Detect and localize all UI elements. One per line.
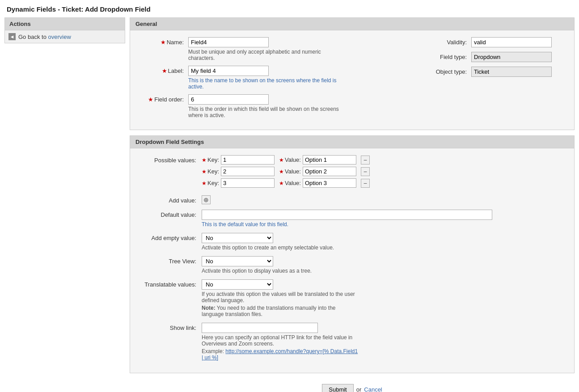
- submit-row: Submit or Cancel: [130, 379, 575, 392]
- possible-values-label: Possible values:: [139, 155, 202, 164]
- sidebar-header: Actions: [5, 18, 125, 30]
- value-input-2[interactable]: [303, 167, 356, 176]
- tree-view-label: Tree View:: [139, 256, 202, 265]
- key-input-3[interactable]: [221, 178, 275, 188]
- tree-view-select[interactable]: No Yes: [202, 256, 273, 266]
- back-label: Go back to overview: [18, 34, 71, 40]
- translatable-hint1: If you activate this option the values w…: [202, 291, 358, 303]
- add-value-label: Add value:: [139, 195, 202, 204]
- add-value-button[interactable]: ⊕: [202, 195, 211, 204]
- back-to-overview-item[interactable]: ◄ Go back to overview: [5, 30, 125, 43]
- add-empty-value-label: Add empty value:: [139, 233, 202, 241]
- remove-row-3-button[interactable]: −: [361, 179, 370, 188]
- object-type-label: Object type:: [431, 68, 471, 75]
- submit-button[interactable]: Submit: [322, 384, 353, 392]
- page-title: Dynamic Fields - Ticket: Add Dropdown Fi…: [0, 0, 579, 17]
- object-type-input: [471, 67, 552, 77]
- cancel-link[interactable]: Cancel: [364, 386, 382, 392]
- or-text: or: [356, 386, 362, 392]
- back-arrow-icon: ◄: [8, 33, 16, 40]
- translatable-hint2: Note: You need to add the translations m…: [202, 305, 358, 317]
- key-input-2[interactable]: [221, 167, 275, 176]
- field-order-label: ★Field order:: [139, 94, 188, 103]
- field-type-input: [471, 52, 552, 62]
- field-order-input[interactable]: [188, 94, 269, 105]
- show-link-example[interactable]: http://some.example.com/handle?query=[% …: [202, 348, 358, 361]
- default-value-label: Default value:: [139, 210, 202, 218]
- value-input-3[interactable]: [303, 178, 356, 188]
- field-type-label: Field type:: [431, 54, 471, 60]
- possible-value-row-3: ★ Key: ★ Value: −: [202, 178, 565, 188]
- possible-value-row-1: ★ Key: ★ Value: −: [202, 155, 565, 164]
- show-link-hint2: Example: http://some.example.com/handle?…: [202, 348, 358, 361]
- value-input-1[interactable]: [303, 155, 356, 164]
- default-value-input[interactable]: [202, 210, 492, 220]
- overview-link[interactable]: overview: [48, 34, 71, 40]
- sidebar: Actions ◄ Go back to overview: [4, 17, 125, 392]
- content-area: General ★Name: Must be unique and only a…: [130, 17, 575, 392]
- validity-input[interactable]: [471, 37, 552, 47]
- label-label: ★Label:: [139, 66, 188, 74]
- label-input[interactable]: [188, 66, 269, 76]
- translatable-select[interactable]: No Yes: [202, 279, 273, 290]
- remove-row-1-button[interactable]: −: [361, 156, 370, 164]
- show-link-label: Show link:: [139, 323, 202, 331]
- validity-label: Validity:: [431, 39, 471, 46]
- name-hint: Must be unique and only accept alphabeti…: [188, 49, 345, 61]
- translatable-label: Translatable values:: [139, 279, 202, 288]
- field-order-hint: This is the order in which this field wi…: [188, 106, 345, 118]
- name-label: ★Name:: [139, 37, 188, 46]
- general-section: General ★Name: Must be unique and only a…: [130, 17, 575, 130]
- add-empty-hint: Activate this option to create an empty …: [202, 244, 358, 251]
- show-link-hint1: Here you can specify an optional HTTP li…: [202, 334, 358, 347]
- label-hint: This is the name to be shown on the scre…: [188, 77, 345, 90]
- add-empty-value-select[interactable]: No Yes: [202, 233, 273, 243]
- show-link-input[interactable]: [202, 323, 318, 333]
- possible-values-field: ★ Key: ★ Value: − ★ Key:: [202, 155, 565, 190]
- key-input-1[interactable]: [221, 155, 275, 164]
- name-input[interactable]: [188, 37, 269, 47]
- remove-row-2-button[interactable]: −: [361, 167, 370, 176]
- dropdown-settings-section: Dropdown Field Settings Possible values:…: [130, 135, 575, 373]
- tree-view-hint: Activate this option to display values a…: [202, 268, 358, 274]
- default-value-hint: This is the default value for this field…: [202, 221, 358, 228]
- possible-value-row-2: ★ Key: ★ Value: −: [202, 167, 565, 176]
- general-header: General: [130, 18, 574, 30]
- dropdown-settings-header: Dropdown Field Settings: [130, 136, 574, 148]
